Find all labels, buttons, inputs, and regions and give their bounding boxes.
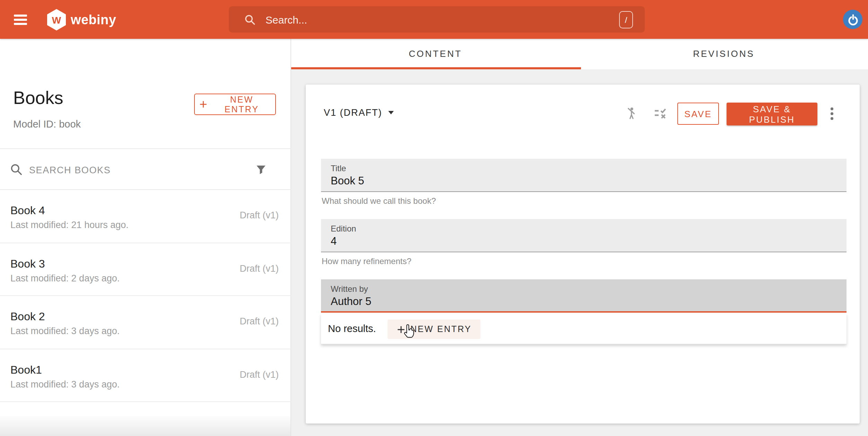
sidebar-footer-gradient — [0, 416, 290, 436]
search-icon — [244, 14, 256, 25]
caret-down-icon — [389, 111, 394, 114]
save-label: SAVE — [684, 108, 712, 119]
dropdown-new-entry-button[interactable]: NEW ENTRY — [388, 320, 481, 339]
plus-icon — [397, 325, 406, 334]
entry-title: Book 2 — [10, 311, 45, 323]
model-id-label: Model ID: book — [13, 119, 81, 130]
field-value: Author 5 — [331, 295, 371, 308]
title-helper-text: What should we call this book? — [322, 196, 436, 206]
accessibility-person-icon[interactable] — [624, 106, 638, 121]
edition-helper-text: How many refinements? — [322, 256, 411, 266]
validation-list-icon[interactable] — [653, 108, 668, 120]
entries-search-placeholder: SEARCH BOOKS — [29, 165, 111, 175]
menu-icon[interactable] — [14, 15, 27, 25]
new-entry-button[interactable]: NEW ENTRY — [194, 94, 276, 115]
status-badge: Draft (v1) — [240, 316, 279, 326]
list-item-book-4[interactable]: Book 4 Last modified: 21 hours ago. Draf… — [0, 190, 291, 243]
tab-revisions[interactable]: REVISIONS — [580, 39, 868, 69]
no-results-text: No results. — [328, 323, 376, 334]
active-tab-underline — [291, 67, 581, 69]
status-badge: Draft (v1) — [240, 369, 279, 380]
topbar: W webiny Search... / — [0, 0, 868, 39]
search-icon — [10, 163, 23, 176]
entry-modified: Last modified: 2 days ago. — [10, 273, 120, 283]
edition-field[interactable]: Edition 4 — [321, 219, 847, 252]
filter-icon[interactable] — [255, 163, 267, 176]
entry-modified: Last modified: 3 days ago. — [10, 379, 120, 390]
logo-letter: W — [52, 14, 61, 25]
entry-list: Book 4 Last modified: 21 hours ago. Draf… — [0, 190, 291, 436]
list-item-book-3[interactable]: Book 3 Last modified: 2 days ago. Draft … — [0, 243, 291, 296]
version-selector[interactable]: V1 (DRAFT) — [324, 107, 394, 118]
entry-title: Book1 — [10, 364, 42, 376]
logo-wordmark: webiny — [71, 12, 116, 27]
entries-sidebar: Books Model ID: book NEW ENTRY SEARCH BO… — [0, 39, 291, 436]
search-placeholder: Search... — [266, 14, 307, 25]
user-avatar[interactable] — [843, 10, 862, 29]
dropdown-new-entry-label: NEW ENTRY — [410, 324, 472, 334]
field-label: Written by — [331, 284, 368, 294]
tab-content[interactable]: CONTENT — [291, 39, 580, 69]
field-value: Book 5 — [331, 175, 364, 187]
plus-icon — [199, 100, 208, 109]
save-publish-label: SAVE & PUBLISH — [731, 104, 813, 124]
save-button[interactable]: SAVE — [677, 103, 719, 125]
global-search-input[interactable]: Search... / — [229, 6, 645, 33]
status-badge: Draft (v1) — [240, 210, 279, 220]
list-item-book1[interactable]: Book1 Last modified: 3 days ago. Draft (… — [0, 349, 291, 402]
page-title: Books — [13, 87, 63, 109]
field-label: Edition — [331, 224, 356, 234]
entry-form-card: V1 (DRAFT) SAVE SAVE & PUBLISH — [306, 85, 860, 424]
tabbar: CONTENT REVISIONS — [291, 39, 868, 69]
more-vertical-icon[interactable] — [828, 107, 835, 120]
content-area: V1 (DRAFT) SAVE SAVE & PUBLISH — [291, 69, 868, 436]
field-label: Title — [331, 164, 346, 173]
slash-shortcut-badge: / — [619, 11, 633, 28]
webiny-logo[interactable]: W webiny — [47, 9, 116, 30]
title-field[interactable]: Title Book 5 — [321, 159, 847, 192]
entry-modified: Last modified: 21 hours ago. — [10, 220, 129, 230]
app: W webiny Search... / Books Model ID: boo… — [0, 0, 868, 436]
written-by-field[interactable]: Written by Author 5 — [321, 279, 847, 313]
new-entry-label: NEW ENTRY — [212, 95, 271, 114]
reference-dropdown: No results. NEW ENTRY — [321, 314, 847, 345]
power-avatar-icon — [847, 14, 859, 25]
entry-title: Book 3 — [10, 258, 45, 270]
status-badge: Draft (v1) — [240, 263, 279, 273]
save-publish-button[interactable]: SAVE & PUBLISH — [727, 103, 817, 125]
entry-modified: Last modified: 3 days ago. — [10, 326, 120, 336]
entry-title: Book 4 — [10, 204, 45, 217]
version-label: V1 (DRAFT) — [324, 107, 382, 118]
entries-search[interactable]: SEARCH BOOKS — [0, 148, 291, 190]
logo-hexagon-icon: W — [47, 9, 66, 30]
field-value: 4 — [331, 235, 337, 247]
list-item-book-2[interactable]: Book 2 Last modified: 3 days ago. Draft … — [0, 296, 291, 349]
